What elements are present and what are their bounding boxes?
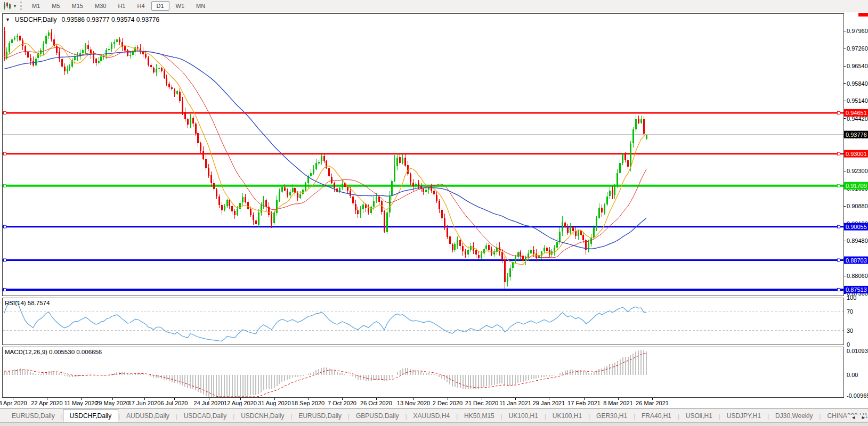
candle-body — [158, 68, 160, 69]
line-handle[interactable] — [4, 152, 6, 155]
clipped-line-label-marker — [858, 13, 868, 17]
date-axis-label: 24 Jul 2020 — [194, 400, 224, 406]
line-handle[interactable] — [838, 259, 840, 261]
symbol-tabbar: EURUSD,Daily|USDCHF,Daily|AUDUSD,Daily|U… — [0, 408, 868, 422]
candle-body — [624, 154, 626, 160]
candle-body — [425, 190, 427, 192]
candle-body — [622, 154, 623, 163]
timeframe-button-h4[interactable]: H4 — [132, 1, 150, 11]
chart-tab-audusd-daily[interactable]: AUDUSD,Daily — [120, 410, 176, 422]
candle-body — [444, 218, 445, 228]
line-handle[interactable] — [4, 111, 6, 114]
line-handle[interactable] — [4, 225, 6, 228]
chart-tab-dj30-weekly[interactable]: DJ30,Weekly — [769, 410, 819, 422]
svg-text:0.97960: 0.97960 — [847, 28, 868, 34]
line-handle[interactable] — [4, 259, 6, 261]
line-handle[interactable] — [4, 184, 6, 187]
candle-body — [530, 250, 532, 253]
candle-body — [391, 181, 393, 196]
candle-body — [368, 208, 369, 213]
candle-body — [415, 184, 417, 186]
timeframe-button-m1[interactable]: M1 — [27, 1, 45, 11]
candle-body — [56, 46, 58, 53]
candle-body — [640, 119, 642, 123]
symbol-dropdown-icon[interactable]: ▼ — [5, 17, 10, 22]
candle-body — [61, 59, 63, 67]
candle-body — [231, 206, 233, 211]
chart-type-icon[interactable]: ▼ — [2, 1, 18, 11]
candle-body — [202, 151, 204, 159]
candle-body — [465, 251, 466, 255]
candle-body — [4, 31, 5, 59]
candle-body — [205, 159, 207, 168]
candle-body — [520, 252, 521, 256]
support-line-blue-3[interactable] — [3, 288, 843, 291]
date-axis-label: 13 Nov 2020 — [397, 400, 430, 406]
candle-body — [326, 161, 327, 168]
candle-body — [22, 40, 23, 46]
chart-tab-usdcad-daily[interactable]: USDCAD,Daily — [177, 410, 233, 422]
chart-tab-ger30-h1[interactable]: GER30,H1 — [590, 410, 634, 422]
date-axis[interactable]: 3 Apr 202022 Apr 202011 May 202029 May 2… — [0, 398, 669, 406]
candle-body — [281, 187, 283, 192]
chart-tab-uk100-h1[interactable]: UK100,H1 — [546, 410, 588, 422]
chart-window[interactable]: 0.979600.972600.965400.958400.951400.944… — [0, 12, 868, 408]
timeframe-button-m15[interactable]: M15 — [67, 1, 88, 11]
candle-body — [396, 158, 398, 166]
candle-body — [449, 236, 451, 244]
chart-tab-gbpusd-daily[interactable]: GBPUSD,Daily — [350, 410, 405, 422]
candle-body — [342, 184, 343, 188]
chart-tab-eurusd-daily[interactable]: EURUSD,Daily — [5, 410, 61, 422]
candle-body — [459, 240, 461, 246]
candle-body — [187, 119, 189, 125]
chart-tab-usdcnh-daily[interactable]: USDCNH,Daily — [234, 410, 290, 422]
chart-tab-usdchf-daily[interactable]: USDCHF,Daily — [63, 409, 119, 422]
line-handle[interactable] — [838, 225, 840, 228]
candle-body — [559, 232, 561, 242]
tab-scroll-right-icon[interactable]: ► — [861, 415, 866, 420]
candle-body — [504, 259, 506, 282]
candle-body — [528, 253, 529, 257]
line-handle[interactable] — [838, 152, 840, 155]
timeframe-button-m30[interactable]: M30 — [90, 1, 111, 11]
date-axis-label: 22 Apr 2020 — [31, 400, 62, 406]
price-axis[interactable]: 0.979600.972600.965400.958400.951400.944… — [843, 28, 868, 399]
candle-body — [328, 168, 330, 176]
candle-body — [85, 45, 86, 50]
candle-body — [394, 166, 395, 181]
candle-body — [226, 200, 228, 206]
timeframe-button-d1[interactable]: D1 — [151, 1, 169, 11]
chart-tab-usdjpy-h1[interactable]: USDJPY,H1 — [720, 410, 767, 422]
price-chart-svg[interactable]: 0.979600.972600.965400.958400.951400.944… — [0, 12, 868, 408]
candle-body — [195, 124, 197, 133]
chart-tab-usoil-h1[interactable]: USOil,H1 — [679, 410, 719, 422]
line-handle[interactable] — [838, 111, 840, 114]
support-line-green[interactable] — [3, 184, 843, 187]
timeframe-button-h1[interactable]: H1 — [112, 1, 131, 11]
chart-tab-uk100-h1[interactable]: UK100,H1 — [502, 410, 545, 422]
chart-tab-eurusd-daily[interactable]: EURUSD,Daily — [292, 410, 348, 422]
candle-body — [370, 207, 372, 213]
chart-tab-fra40-h1[interactable]: FRA40,H1 — [635, 410, 678, 422]
candle-body — [166, 78, 167, 84]
svg-text:0.87513: 0.87513 — [846, 286, 867, 293]
timeframe-button-w1[interactable]: W1 — [171, 1, 190, 11]
candle-body — [562, 222, 563, 232]
timeframe-button-m5[interactable]: M5 — [46, 1, 65, 11]
candle-body — [168, 84, 170, 87]
tab-scroll-left-icon[interactable]: ◄ — [851, 415, 856, 420]
candle-body — [156, 69, 157, 72]
candle-body — [347, 187, 348, 191]
timeframe-button-mn[interactable]: MN — [191, 1, 210, 11]
candle-body — [124, 46, 126, 51]
candle-body — [457, 240, 458, 245]
chart-tab-hk50-m15[interactable]: HK50,M15 — [458, 410, 501, 422]
candle-body — [17, 36, 18, 37]
chart-pane — [2, 298, 843, 345]
line-handle[interactable] — [4, 288, 6, 291]
line-handle[interactable] — [838, 288, 840, 291]
line-price-label: 0.90055 — [844, 223, 868, 231]
line-handle[interactable] — [838, 184, 840, 187]
chart-tab-xauusd-h4[interactable]: XAUUSD,H4 — [407, 410, 456, 422]
candle-body — [439, 201, 440, 209]
